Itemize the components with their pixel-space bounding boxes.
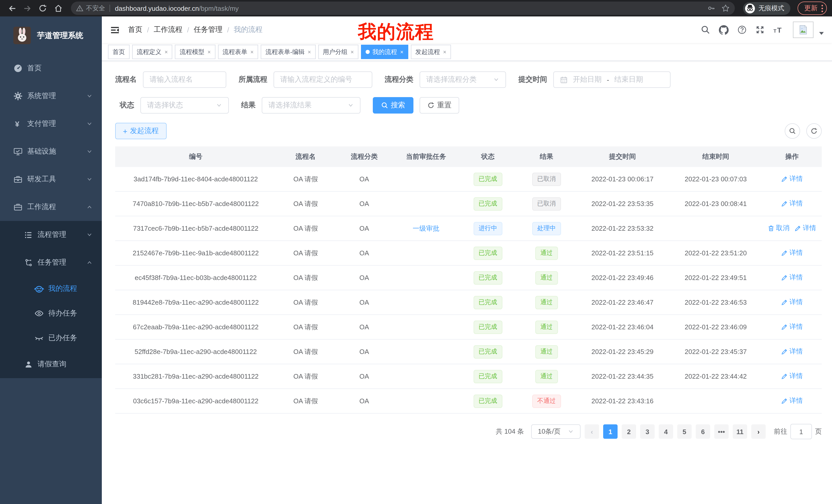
process-def-input[interactable]: 请输入流程定义的编号 [274, 72, 372, 88]
sidebar-item-4-研发工具[interactable]: 研发工具 [0, 165, 102, 193]
home-icon[interactable] [51, 2, 65, 15]
cell-end-time: 2022-01-22 23:51:20 [669, 241, 762, 265]
create-process-button[interactable]: + 发起流程 [115, 123, 166, 139]
tab-流程定义[interactable]: 流程定义× [132, 45, 173, 59]
breadcrumb-item[interactable]: 任务管理 [194, 25, 223, 34]
close-icon[interactable]: × [164, 49, 168, 55]
sidebar-item-7-任务管理[interactable]: 任务管理 [0, 249, 102, 276]
sidebar-item-1-系统管理[interactable]: 系统管理 [0, 82, 102, 110]
sidebar-item-0-首页[interactable]: 首页 [0, 54, 102, 82]
sidebar-item-5-工作流程[interactable]: 工作流程 [0, 193, 102, 221]
tab-首页[interactable]: 首页 [108, 45, 130, 59]
cell-id: 03c6c157-7b9a-11ec-a290-acde48001122 [115, 389, 277, 413]
breadcrumb-item[interactable]: 工作流程 [154, 25, 183, 34]
page-button-6[interactable]: 6 [696, 424, 710, 439]
result-select[interactable]: 请选择流结果 [262, 97, 361, 114]
column-header-提交时间: 提交时间 [576, 146, 669, 167]
search-button[interactable]: 搜索 [373, 97, 413, 114]
search-icon[interactable] [701, 25, 710, 34]
action-详情[interactable]: 详情 [781, 372, 803, 381]
action-详情[interactable]: 详情 [781, 199, 803, 208]
page-button-4[interactable]: 4 [659, 424, 673, 439]
tab-流程模型[interactable]: 流程模型× [175, 45, 215, 59]
sidebar-item-2-支付管理[interactable]: ¥支付管理 [0, 110, 102, 138]
close-icon[interactable]: × [351, 49, 354, 55]
prev-page-button[interactable]: ‹ [585, 424, 599, 439]
action-详情[interactable]: 详情 [781, 273, 803, 282]
app-logo-row[interactable]: 芋道管理系统 [0, 17, 102, 54]
edit-icon [781, 373, 788, 380]
sidebar-item-label: 工作流程 [27, 202, 56, 212]
submit-time-range[interactable]: 开始日期 - 结束日期 [553, 72, 671, 88]
current-task-link[interactable]: 一级审批 [413, 224, 439, 232]
sidebar-item-6-流程管理[interactable]: 流程管理 [0, 221, 102, 249]
page-size-select[interactable]: 10条/页 [531, 424, 580, 439]
page-button-3[interactable]: 3 [640, 424, 655, 439]
update-button[interactable]: 更新 [798, 2, 827, 15]
sidebar-item-8-我的流程[interactable]: 我的流程 [0, 276, 102, 301]
browser-menu-icon[interactable] [821, 4, 823, 12]
result-badge: 通过 [535, 246, 558, 260]
chevron-down-icon [86, 93, 93, 99]
breadcrumb-item[interactable]: 首页 [128, 25, 142, 34]
back-icon[interactable] [5, 2, 19, 15]
cell-status: 已完成 [459, 241, 517, 265]
category-select[interactable]: 请选择流程分类 [420, 72, 506, 88]
cell-current-task [394, 315, 459, 339]
reset-button[interactable]: 重置 [420, 97, 459, 114]
tab-流程表单[interactable]: 流程表单× [218, 45, 258, 59]
github-icon[interactable] [719, 25, 729, 35]
close-icon[interactable]: × [251, 49, 254, 55]
tab-发起流程[interactable]: 发起流程× [411, 45, 451, 59]
action-详情[interactable]: 详情 [781, 248, 803, 258]
show-search-button[interactable] [785, 123, 800, 139]
result-badge: 不通过 [532, 394, 561, 408]
avatar[interactable] [793, 22, 813, 38]
close-icon[interactable]: × [400, 49, 404, 55]
action-详情[interactable]: 详情 [781, 347, 803, 356]
help-icon[interactable] [737, 25, 747, 34]
page-button-1[interactable]: 1 [603, 424, 618, 439]
next-page-button[interactable]: › [751, 424, 766, 439]
action-取消[interactable]: 取消 [768, 224, 789, 233]
chevron-down-icon [86, 121, 93, 127]
address-bar[interactable]: 不安全 dashboard.yudao.iocoder.cn /bpm/task… [71, 2, 735, 15]
action-详情[interactable]: 详情 [781, 323, 803, 332]
sidebar-item-10-已办任务[interactable]: 已办任务 [0, 326, 102, 351]
cell-actions: 详情 [762, 315, 822, 339]
page-button-5[interactable]: 5 [677, 424, 692, 439]
action-详情[interactable]: 详情 [795, 224, 816, 233]
close-icon[interactable]: × [207, 49, 211, 55]
active-dot-icon [366, 50, 370, 54]
action-详情[interactable]: 详情 [781, 396, 803, 405]
cell-category: OA [335, 315, 394, 339]
font-size-icon[interactable]: TT [773, 25, 784, 34]
sidebar-item-9-待办任务[interactable]: 待办任务 [0, 301, 102, 326]
tab-我的流程[interactable]: 我的流程× [361, 45, 408, 59]
status-select[interactable]: 请选择状态 [140, 97, 229, 114]
chevron-down-icon[interactable] [819, 32, 824, 35]
refresh-table-button[interactable] [806, 123, 822, 139]
forward-icon[interactable] [21, 2, 34, 15]
reload-icon[interactable] [36, 2, 49, 15]
close-icon[interactable]: × [443, 49, 446, 55]
bookmark-star-icon[interactable] [722, 4, 730, 12]
sidebar-item-11-请假查询[interactable]: 请假查询 [0, 351, 102, 378]
cell-result: 通过 [517, 290, 576, 315]
action-详情[interactable]: 详情 [781, 174, 803, 184]
close-icon[interactable]: × [308, 49, 311, 55]
page-button-2[interactable]: 2 [622, 424, 636, 439]
sidebar-collapse-icon[interactable] [110, 25, 120, 35]
page-button-11[interactable]: 11 [733, 424, 747, 439]
key-icon[interactable] [707, 4, 715, 12]
process-name-input[interactable]: 请输入流程名 [143, 72, 226, 88]
tab-用户分组[interactable]: 用户分组× [318, 45, 359, 59]
status-badge: 已完成 [474, 172, 502, 186]
fullscreen-icon[interactable] [755, 25, 765, 34]
goto-page-input[interactable]: 1 [790, 424, 812, 439]
url-host: dashboard.yudao.iocoder.cn [115, 4, 199, 12]
tab-流程表单-编辑[interactable]: 流程表单-编辑× [261, 45, 316, 59]
sidebar-item-3-基础设施[interactable]: 基础设施 [0, 138, 102, 165]
more-pages-icon[interactable]: ••• [714, 424, 729, 439]
action-详情[interactable]: 详情 [781, 298, 803, 307]
